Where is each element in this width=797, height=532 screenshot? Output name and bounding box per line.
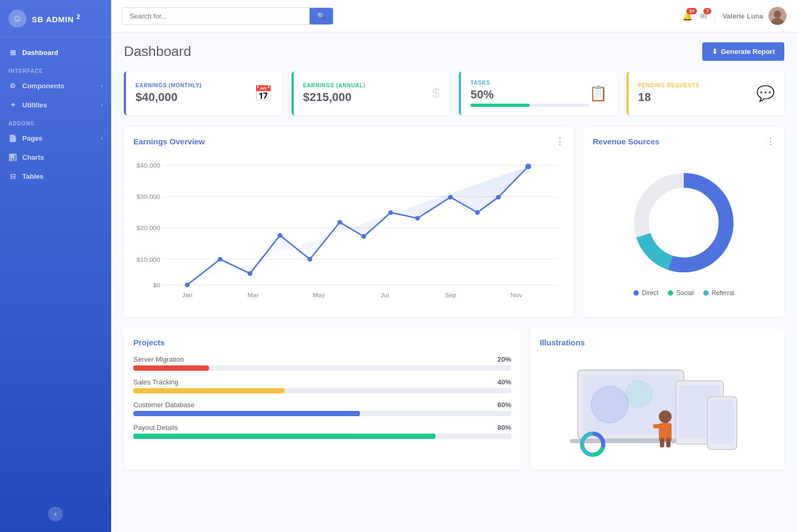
download-icon: ⬇ [712, 48, 718, 56]
svg-text:$20,000: $20,000 [137, 225, 160, 232]
legend-label-direct: Direct [642, 289, 658, 297]
brand-name: SB ADMIN 2 [32, 13, 80, 24]
svg-text:$0: $0 [153, 281, 160, 289]
chevron-right-icon: › [101, 83, 103, 89]
svg-rect-49 [660, 438, 664, 447]
project-item-customer-database: Customer Database 60% [133, 401, 511, 416]
topbar-right: 🔔 3+ ✉ 7 Valerie Luna [682, 7, 786, 25]
content-header: Dashboard ⬇ Generate Report [124, 42, 784, 61]
svg-rect-42 [570, 439, 692, 443]
stats-cards-row: EARNINGS (MONTHLY) $40,000 📅 EARNINGS (A… [124, 71, 784, 115]
chevron-left-icon: ‹ [55, 510, 57, 518]
project-progress-bar [133, 388, 511, 393]
project-progress-fill [133, 365, 209, 371]
project-item-payout-details: Payout Details 80% [133, 424, 511, 439]
chart-card-header: Revenue Sources ⋮ [593, 136, 775, 146]
svg-rect-50 [666, 438, 671, 447]
earnings-overview-title: Earnings Overview [133, 137, 205, 146]
charts-icon: 📊 [8, 153, 17, 161]
legend-item-direct: Direct [633, 289, 658, 297]
sidebar-item-tables[interactable]: ⊟ Tables [0, 167, 111, 186]
project-item-sales-tracking: Sales Tracking 40% [133, 378, 511, 393]
sidebar-item-label: Pages [22, 134, 42, 142]
svg-rect-46 [710, 400, 734, 444]
svg-text:Sep: Sep [445, 292, 456, 299]
project-name: Customer Database [133, 401, 195, 409]
bottom-row: Projects Server Migration 20% Sales Trac… [124, 328, 784, 470]
stat-label: EARNINGS (ANNUAL) [303, 82, 366, 88]
svg-point-31 [526, 163, 531, 169]
svg-point-36 [652, 191, 716, 254]
sidebar-item-components[interactable]: ⚙ Components › [0, 76, 111, 95]
svg-point-20 [218, 257, 222, 262]
topbar-divider [714, 8, 715, 24]
page-title: Dashboard [124, 43, 191, 60]
svg-point-25 [361, 234, 366, 239]
search-wrapper: 🔍 [122, 7, 333, 25]
search-icon: 🔍 [317, 12, 325, 20]
pages-icon: 📄 [8, 134, 17, 142]
earnings-overview-card: Earnings Overview ⋮ $40,000 $30,000 [124, 127, 574, 317]
stat-label: EARNINGS (MONTHLY) [135, 82, 202, 88]
sidebar-item-label: Dashboard [22, 49, 58, 57]
projects-card: Projects Server Migration 20% Sales Trac… [124, 328, 521, 470]
username-label: Valerie Luna [722, 12, 763, 20]
svg-point-47 [659, 410, 672, 423]
project-name: Server Migration [133, 355, 184, 363]
search-button[interactable]: 🔍 [310, 8, 333, 24]
alerts-badge: 3+ [686, 8, 697, 14]
dollar-icon: $ [432, 85, 440, 102]
user-menu-button[interactable]: Valerie Luna [722, 7, 786, 25]
project-progress-fill [133, 434, 436, 439]
legend-item-social: Social [668, 289, 694, 297]
sidebar-brand[interactable]: ☺ SB ADMIN 2 [0, 0, 111, 38]
donut-legend: Direct Social Referral [633, 289, 735, 297]
legend-dot-referral [703, 290, 709, 296]
sidebar-item-label: Utilities [22, 101, 47, 109]
sidebar-item-utilities[interactable]: ✦ Utilities › [0, 95, 111, 114]
sidebar-item-dashboard[interactable]: ⊞ Dashboard [0, 43, 111, 62]
search-input[interactable] [122, 8, 310, 24]
project-progress-bar [133, 411, 511, 416]
svg-text:Mar: Mar [247, 292, 258, 299]
sidebar-collapse-button[interactable]: ‹ [48, 507, 63, 521]
svg-text:$40,000: $40,000 [137, 162, 160, 169]
chevron-right-icon: › [101, 135, 103, 141]
line-chart: $40,000 $30,000 $20,000 $10,000 $0 Jan M… [133, 154, 564, 302]
project-percent: 20% [497, 355, 511, 363]
svg-point-1 [774, 11, 781, 18]
svg-point-27 [415, 216, 420, 221]
chart-menu-icon[interactable]: ⋮ [556, 136, 564, 146]
projects-title: Projects [133, 338, 511, 347]
sidebar-item-pages[interactable]: 📄 Pages › [0, 129, 111, 148]
messages-badge: 7 [703, 8, 711, 14]
legend-item-referral: Referral [703, 289, 735, 297]
chart-menu-icon[interactable]: ⋮ [766, 136, 775, 146]
svg-text:$10,000: $10,000 [137, 256, 160, 263]
stat-card-monthly: EARNINGS (MONTHLY) $40,000 📅 [124, 71, 282, 115]
project-percent: 80% [497, 424, 511, 432]
legend-dot-direct [633, 290, 639, 296]
svg-text:May: May [313, 292, 325, 299]
stat-card-tasks: TASKS 50% 📋 [459, 71, 617, 115]
svg-point-19 [185, 282, 189, 287]
generate-report-button[interactable]: ⬇ Generate Report [702, 42, 784, 61]
utilities-icon: ✦ [8, 100, 17, 109]
illustrations-card: Illustrations [530, 328, 784, 470]
illustrations-title: Illustrations [540, 338, 775, 347]
stat-card-annual: EARNINGS (ANNUAL) $215,000 $ [292, 71, 450, 115]
project-progress-fill [133, 411, 360, 416]
svg-point-23 [307, 257, 312, 262]
svg-point-21 [248, 271, 252, 276]
clipboard-icon: 📋 [589, 85, 608, 102]
illustration-art [540, 354, 775, 460]
stat-value: 18 [638, 90, 700, 104]
svg-text:Jan: Jan [182, 292, 193, 299]
tasks-progress-bar [470, 104, 589, 107]
nav-section-interface: INTERFACE [0, 62, 111, 76]
svg-point-40 [591, 386, 628, 423]
sidebar-item-charts[interactable]: 📊 Charts [0, 148, 111, 167]
project-progress-bar [133, 434, 511, 439]
messages-button[interactable]: ✉ 7 [700, 11, 707, 21]
alerts-button[interactable]: 🔔 3+ [682, 11, 693, 21]
